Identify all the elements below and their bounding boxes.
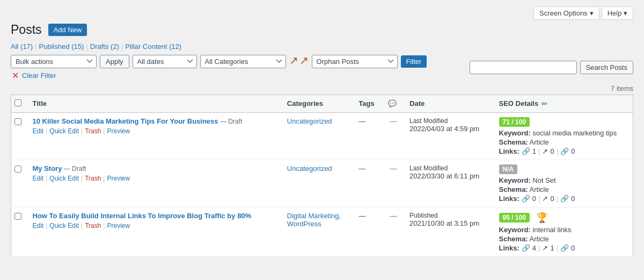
row-checkbox[interactable] xyxy=(14,213,21,220)
seo-edit-icon-button[interactable]: ✏ xyxy=(541,99,548,108)
category-link[interactable]: Digital Marketing, xyxy=(287,212,341,220)
internal-link-icon: 🔗 xyxy=(522,195,530,203)
seo-keyword: Keyword: internal links xyxy=(499,226,628,234)
internal-link-count: 1 xyxy=(532,147,536,155)
help-button[interactable]: Help ▾ xyxy=(602,6,633,20)
arrow1-icon: ↙ xyxy=(299,55,309,68)
external-link-icon: ↗ xyxy=(542,244,548,252)
seo-schema: Schema: Article xyxy=(499,185,628,193)
help-chevron: ▾ xyxy=(624,9,627,17)
date-value: 2022/03/30 at 6:11 pm xyxy=(409,172,479,180)
seo-score-badge: 95 / 100 xyxy=(499,213,530,222)
view-filter-select[interactable]: Orphan Posts xyxy=(312,55,398,68)
search-input[interactable] xyxy=(470,61,577,74)
row-checkbox[interactable] xyxy=(14,166,21,173)
row-checkbox[interactable] xyxy=(14,118,21,125)
bulk-actions-select[interactable]: Bulk actions xyxy=(11,55,97,68)
filter-drafts-link[interactable]: Drafts (2) xyxy=(90,42,119,51)
other-link-count: 0 xyxy=(571,147,575,155)
seo-links: Links: 🔗 4 | ↗ 1 | 🔗 0 xyxy=(499,244,628,252)
seo-schema: Schema: Article xyxy=(499,138,628,146)
comments-column-header: 💬 xyxy=(383,95,404,112)
filter-all-link[interactable]: All (17) xyxy=(11,42,33,51)
check-all-column xyxy=(11,95,27,112)
filter-published-link[interactable]: Published (15) xyxy=(39,42,84,51)
filter-button[interactable]: Filter xyxy=(401,55,427,68)
trash-link[interactable]: Trash xyxy=(85,222,101,229)
other-link-count: 0 xyxy=(571,195,575,203)
date-label: Published xyxy=(409,212,488,219)
apply-button[interactable]: Apply xyxy=(100,55,129,68)
posts-table: Title Categories Tags 💬 Date SEO Details… xyxy=(11,95,633,257)
edit-link[interactable]: Edit xyxy=(33,222,44,229)
tags-cell: — xyxy=(353,207,383,256)
post-title-link[interactable]: How To Easily Build Internal Links To Im… xyxy=(33,212,252,220)
edit-link[interactable]: Edit xyxy=(33,127,44,135)
date-cell: Last Modified 2022/04/03 at 4:59 pm xyxy=(404,112,493,160)
categories-cell: Uncategorized xyxy=(282,112,354,160)
add-new-button[interactable]: Add New xyxy=(48,24,87,36)
quick-edit-link[interactable]: Quick Edit xyxy=(49,127,79,135)
preview-link[interactable]: Preview xyxy=(107,127,130,135)
quick-edit-link[interactable]: Quick Edit xyxy=(49,175,79,182)
category-link[interactable]: Uncategorized xyxy=(287,164,332,173)
date-column-header: Date xyxy=(404,95,493,112)
internal-link-count: 4 xyxy=(532,244,536,252)
trash-link[interactable]: Trash xyxy=(85,127,101,135)
seo-keyword: Keyword: social media marketing tips xyxy=(499,129,628,137)
page-title: Posts xyxy=(11,22,42,38)
clear-filter-x-button[interactable]: ✕ xyxy=(11,71,20,80)
trash-link[interactable]: Trash xyxy=(85,175,101,182)
quick-edit-link[interactable]: Quick Edit xyxy=(49,222,79,229)
external-link-icon: ↗ xyxy=(542,195,548,203)
category-link[interactable]: WordPress xyxy=(287,220,321,228)
row-checkbox-cell xyxy=(11,160,27,207)
dates-filter-select[interactable]: All dates xyxy=(133,55,197,68)
categories-cell: Uncategorized xyxy=(282,160,354,207)
other-link-icon: 🔗 xyxy=(560,244,569,252)
internal-link-icon: 🔗 xyxy=(522,244,530,252)
filter-links: All (17) | Published (15) | Drafts (2) |… xyxy=(11,42,633,51)
category-link[interactable]: Uncategorized xyxy=(287,117,332,125)
categories-column-header: Categories xyxy=(282,95,354,112)
seo-score-badge: N/A xyxy=(499,164,518,174)
preview-link[interactable]: Preview xyxy=(107,222,130,229)
title-sort-link[interactable]: Title xyxy=(33,99,47,107)
categories-cell: Digital Marketing,WordPress xyxy=(282,207,354,256)
comments-cell: — xyxy=(383,112,404,160)
other-link-icon: 🔗 xyxy=(560,195,569,203)
post-title-link[interactable]: 10 Killer Social Media Marketing Tips Fo… xyxy=(33,117,218,125)
tablenav-top: Bulk actions Apply All dates All Categor… xyxy=(11,55,633,80)
seo-keyword: Keyword: Not Set xyxy=(499,176,628,184)
search-posts-button[interactable]: Search Posts xyxy=(580,61,633,74)
help-label: Help xyxy=(608,9,622,17)
table-row: 10 Killer Social Media Marketing Tips Fo… xyxy=(11,112,633,160)
comments-cell: — xyxy=(383,207,404,256)
date-sort-link[interactable]: Date xyxy=(409,99,425,107)
screen-options-chevron: ▾ xyxy=(590,9,594,17)
edit-link[interactable]: Edit xyxy=(33,175,44,182)
trophy-icon: 🏆 xyxy=(536,212,548,224)
screen-options-button[interactable]: Screen Options ▾ xyxy=(533,6,599,20)
internal-link-icon: 🔗 xyxy=(522,147,530,155)
check-all-checkbox[interactable] xyxy=(14,99,21,106)
title-cell: My Story — Draft Edit | Quick Edit | Tra… xyxy=(27,160,282,207)
arrows-decoration: ↙ ↙ xyxy=(289,55,309,68)
post-title-link[interactable]: My Story xyxy=(33,164,62,173)
title-cell: How To Easily Build Internal Links To Im… xyxy=(27,207,282,256)
external-link-icon: ↗ xyxy=(542,147,548,155)
seo-details-cell: 95 / 100 🏆 Keyword: internal links Schem… xyxy=(494,207,633,256)
seo-schema: Schema: Article xyxy=(499,235,628,243)
seo-score-badge: 71 / 100 xyxy=(499,117,530,127)
tags-cell: — xyxy=(353,112,383,160)
preview-link[interactable]: Preview xyxy=(107,175,130,182)
clear-filter-link[interactable]: Clear Filter xyxy=(22,71,56,80)
date-value: 2021/10/30 at 3:15 pm xyxy=(409,219,479,227)
date-label: Last Modified xyxy=(409,117,488,125)
date-cell: Last Modified 2022/03/30 at 6:11 pm xyxy=(404,160,493,207)
filter-pillar-link[interactable]: Pillar Content (12) xyxy=(125,42,181,51)
internal-link-count: 0 xyxy=(532,195,536,203)
other-link-count: 0 xyxy=(571,244,575,252)
date-value: 2022/04/03 at 4:59 pm xyxy=(409,125,479,133)
categories-filter-select[interactable]: All Categories xyxy=(200,55,286,68)
